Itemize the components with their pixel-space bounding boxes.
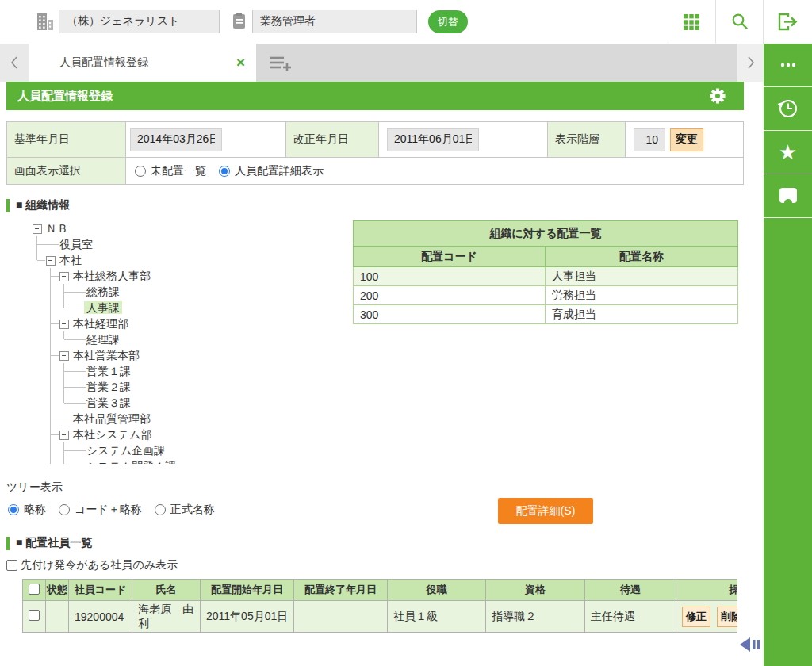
tree-guide	[30, 331, 44, 347]
tree-display-option[interactable]: 略称	[8, 503, 46, 517]
tree-display-radio[interactable]	[59, 504, 70, 515]
logout-icon[interactable]	[777, 13, 799, 34]
delete-button[interactable]: 削除	[717, 607, 737, 627]
staff-row-checkbox[interactable]	[29, 610, 40, 621]
tree-node-label[interactable]: 営業３課	[84, 396, 133, 409]
tree-display-option-label: 略称	[24, 503, 46, 517]
staff-col-header: 氏名	[132, 580, 201, 601]
favorites-button[interactable]: ★	[764, 131, 812, 174]
revision-date-label: 改正年月日	[286, 122, 379, 158]
tree-node[interactable]: システム企画課	[30, 442, 347, 458]
tree-node[interactable]: 総務課	[30, 284, 347, 300]
tree-expand-icon[interactable]	[57, 427, 71, 442]
tree-node[interactable]: ＮＢ	[30, 220, 347, 236]
tree-expand-icon[interactable]	[57, 347, 71, 363]
tree-node[interactable]: 営業１課	[30, 363, 347, 379]
tab-scroll-right-button[interactable]	[737, 44, 764, 82]
tree-node[interactable]: 本社営業本部	[30, 347, 347, 363]
tab-active[interactable]: 人員配置情報登録 ×	[29, 44, 256, 82]
screen-select-radio[interactable]	[135, 166, 146, 177]
tree-node[interactable]: 本社品質管理部	[30, 411, 347, 427]
tree-node[interactable]: 人事課	[30, 300, 347, 316]
display-level-label: 表示階層	[548, 122, 626, 158]
tree-guide	[57, 284, 71, 300]
tree-node-label[interactable]: 本社	[57, 254, 84, 266]
tree-expand-icon[interactable]	[30, 220, 44, 236]
tree-expand-icon[interactable]	[57, 268, 71, 284]
tree-node-label[interactable]: 経理課	[84, 333, 122, 346]
select-all-checkbox[interactable]	[29, 584, 40, 595]
staff-cell: 海老原 由利	[132, 601, 201, 633]
tree-node-label[interactable]: 本社営業本部	[71, 349, 142, 362]
tree-node-label[interactable]: システム企画課	[84, 444, 167, 457]
tree-node-label[interactable]: 本社システム部	[71, 428, 154, 441]
change-level-button[interactable]: 変更	[670, 128, 703, 151]
switch-button[interactable]: 切替	[428, 10, 468, 33]
tree-node-label[interactable]: システム開発１課	[84, 460, 178, 464]
base-date-input[interactable]	[130, 128, 222, 151]
history-button[interactable]	[764, 87, 812, 131]
tree-display-option[interactable]: コード＋略称	[59, 503, 142, 517]
tree-node[interactable]: 本社総務人事部	[30, 268, 347, 284]
tree-node-label[interactable]: 人事課	[84, 301, 122, 314]
placement-detail-button[interactable]: 配置詳細(S)	[498, 498, 593, 524]
tray-button[interactable]	[764, 174, 812, 218]
tree-node-label[interactable]: 総務課	[84, 285, 122, 298]
tree-guide	[44, 411, 57, 427]
filter-checkbox[interactable]	[6, 560, 17, 571]
screen-select-option[interactable]: 未配置一覧	[135, 164, 206, 178]
tree-node[interactable]: 本社経理部	[30, 316, 347, 331]
more-button[interactable]	[764, 44, 812, 87]
page-title: 人員配置情報登録	[17, 89, 113, 104]
staff-cell: 19200004	[69, 601, 132, 633]
tree-display-option[interactable]: 正式名称	[155, 503, 215, 517]
display-level-input[interactable]	[634, 128, 665, 151]
staff-table-clip: 状態社員コード氏名配置開始年月日配置終了年月日役職資格待遇操作 19200004…	[22, 579, 737, 634]
placement-row[interactable]: 300育成担当	[354, 305, 738, 324]
screen-select-radio[interactable]	[219, 166, 230, 177]
tree-node-label[interactable]: 役員室	[57, 238, 95, 251]
tree-node[interactable]: 本社	[30, 252, 347, 268]
tab-close-icon[interactable]: ×	[236, 53, 245, 72]
tree-node[interactable]: 役員室	[30, 236, 347, 252]
placement-row[interactable]: 200労務担当	[354, 286, 738, 305]
tree-display-radio[interactable]	[8, 504, 19, 515]
staff-col-header: 状態	[46, 580, 69, 601]
add-tab-icon[interactable]	[268, 55, 292, 75]
tree-guide	[30, 347, 44, 363]
tree-node-label[interactable]: 営業１課	[84, 365, 133, 377]
tree-node[interactable]: 営業２課	[30, 379, 347, 395]
placement-table: 組織に対する配置一覧 配置コード 配置名称 100人事担当200労務担当300育…	[353, 220, 738, 324]
section-accent-bar	[6, 199, 10, 212]
search-icon[interactable]	[731, 13, 749, 33]
staff-cell: 主任待遇	[585, 601, 676, 633]
tree-node[interactable]: 本社システム部	[30, 427, 347, 442]
tree-node-label[interactable]: ＮＢ	[44, 222, 71, 235]
tree-node-label[interactable]: 本社品質管理部	[71, 412, 153, 425]
apps-grid-icon[interactable]	[683, 13, 700, 34]
tab-scroll-left-button[interactable]	[0, 44, 29, 82]
tree-node[interactable]: システム開発１課	[30, 458, 347, 464]
tree-guide	[30, 458, 44, 464]
settings-gear-icon[interactable]	[709, 87, 726, 108]
org-section-title: ■ 組織情報	[16, 198, 70, 212]
tree-display-radio[interactable]	[155, 504, 166, 515]
tree-guide	[30, 411, 44, 427]
tree-node[interactable]: 営業３課	[30, 395, 347, 411]
edit-button[interactable]: 修正	[682, 607, 710, 627]
tree-node-label[interactable]: 本社総務人事部	[71, 270, 153, 282]
filter-checkbox-label: 先付け発令がある社員のみ表示	[21, 558, 178, 572]
role-input[interactable]	[252, 10, 417, 33]
placement-code-cell: 200	[354, 286, 546, 305]
revision-date-input[interactable]	[387, 128, 479, 151]
company-input[interactable]	[59, 10, 220, 33]
tree-node-label[interactable]: 営業２課	[84, 381, 133, 393]
tree-expand-icon[interactable]	[44, 252, 57, 268]
tree-guide	[71, 300, 84, 316]
placement-row[interactable]: 100人事担当	[354, 267, 738, 286]
screen-select-option[interactable]: 人員配置詳細表示	[219, 164, 324, 178]
collapse-panel-arrow-icon[interactable]	[740, 636, 762, 656]
tree-node-label[interactable]: 本社経理部	[71, 317, 131, 330]
tree-node[interactable]: 経理課	[30, 331, 347, 347]
tree-expand-icon[interactable]	[57, 316, 71, 331]
